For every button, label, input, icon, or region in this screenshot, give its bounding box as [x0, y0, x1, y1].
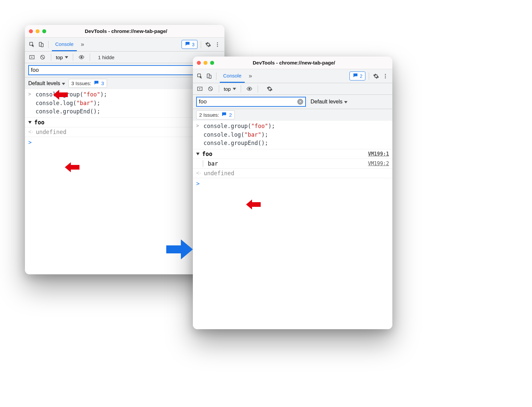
filter-row: foo ✕ Default levels [193, 95, 392, 109]
context-label: top [224, 86, 231, 92]
issues-count: 2 [360, 73, 362, 79]
svg-point-3 [217, 42, 218, 43]
annotation-arrow-red [65, 162, 79, 172]
chat-icon [221, 111, 227, 118]
group-child-label: bar [203, 160, 218, 167]
gear-icon[interactable] [372, 72, 380, 80]
tab-console-label: Console [55, 41, 73, 47]
window-title: DevTools - chrome://new-tab-page/ [214, 60, 374, 66]
zoom-icon[interactable] [42, 29, 46, 33]
chevron-right-icon: > [28, 90, 33, 97]
filter-input[interactable]: foo ✕ [28, 65, 221, 75]
inspect-icon[interactable] [196, 72, 203, 80]
annotation-arrow-blue [166, 239, 193, 259]
context-select[interactable]: top [224, 86, 236, 92]
group-name: foo [34, 119, 45, 126]
chat-icon [93, 80, 99, 87]
disclosure-triangle-icon [28, 121, 32, 124]
console-settings-icon[interactable] [266, 85, 273, 92]
group-name: foo [202, 151, 212, 157]
divider [258, 85, 258, 92]
more-tabs-icon[interactable]: » [247, 72, 254, 80]
filter-value: foo [199, 98, 207, 105]
chevron-down-icon [233, 88, 236, 90]
issues-pill[interactable]: 2 [349, 71, 365, 80]
disclosure-triangle-icon [196, 153, 200, 155]
minimize-icon[interactable] [203, 61, 207, 65]
tab-console[interactable]: Console [52, 38, 77, 51]
minimize-icon[interactable] [36, 29, 40, 33]
live-expression-icon[interactable] [78, 54, 85, 61]
divider [369, 72, 369, 80]
code-block: console.group("foo"); console.log("bar")… [203, 122, 275, 148]
divider [219, 85, 219, 92]
clear-console-icon[interactable] [39, 54, 46, 61]
device-toggle-icon[interactable] [38, 41, 45, 48]
console-prompt[interactable]: > [193, 178, 392, 189]
execution-context-icon[interactable] [196, 85, 203, 92]
console-output: > console.group("foo"); console.log("bar… [193, 121, 392, 329]
context-label: top [56, 55, 63, 60]
svg-point-13 [385, 75, 386, 76]
issues-link-label: 2 Issues: [199, 112, 219, 118]
clear-input-icon[interactable]: ✕ [297, 99, 303, 105]
return-icon: <· [196, 170, 201, 177]
code-block: console.group("foo"); console.log("bar")… [36, 90, 107, 116]
chevron-down-icon [344, 101, 347, 103]
live-expression-icon[interactable] [246, 85, 253, 92]
svg-rect-2 [41, 44, 43, 47]
hidden-count: 1 hidde [98, 55, 114, 60]
annotation-arrow-red [246, 200, 261, 209]
titlebar: DevTools - chrome://new-tab-page/ [25, 25, 224, 38]
traffic-lights [29, 29, 46, 33]
console-group-header[interactable]: foo VM199:1 [193, 149, 392, 159]
undefined-label: undefined [204, 170, 234, 177]
stage: DevTools - chrome://new-tab-page/ Consol… [0, 0, 532, 407]
divider [216, 72, 216, 80]
annotation-arrow-red [53, 90, 68, 100]
svg-rect-11 [209, 75, 211, 78]
log-levels[interactable]: Default levels [311, 99, 347, 105]
tab-console-label: Console [223, 73, 241, 78]
zoom-icon[interactable] [210, 61, 214, 65]
source-link[interactable]: VM199:2 [368, 161, 389, 167]
prompt-icon: > [28, 139, 32, 146]
execution-context-icon[interactable] [28, 54, 36, 61]
divider [48, 41, 49, 48]
issues-link[interactable]: 2 Issues: 2 [196, 110, 235, 119]
kebab-icon[interactable] [382, 72, 389, 80]
context-select[interactable]: top [56, 55, 68, 60]
undefined-label: undefined [36, 129, 66, 135]
filter-input[interactable]: foo ✕ [196, 97, 306, 107]
device-toggle-icon[interactable] [205, 72, 213, 80]
log-levels-label: Default levels [28, 80, 60, 86]
chevron-down-icon [62, 83, 65, 85]
issues-count: 3 [192, 42, 195, 47]
issues-num: 3 [101, 80, 104, 86]
return-icon: <· [28, 129, 33, 135]
chevron-down-icon [65, 56, 68, 59]
svg-point-17 [249, 88, 250, 90]
issues-link[interactable]: 3 Issues: 3 [68, 79, 107, 88]
gear-icon[interactable] [204, 41, 212, 48]
issues-row: 2 Issues: 2 [193, 109, 392, 121]
main-toolbar: Console » 2 [193, 69, 392, 83]
close-icon[interactable] [197, 61, 201, 65]
tab-console[interactable]: Console [220, 69, 245, 83]
close-icon[interactable] [29, 29, 33, 33]
more-tabs-icon[interactable]: » [79, 41, 86, 48]
issues-pill[interactable]: 3 [182, 40, 198, 49]
chevron-right-icon: > [196, 122, 201, 128]
divider [73, 54, 73, 61]
log-levels[interactable]: Default levels [28, 80, 65, 86]
divider [201, 41, 201, 48]
log-levels-label: Default levels [311, 99, 342, 104]
issues-num: 2 [229, 112, 232, 118]
devtools-window-right: DevTools - chrome://new-tab-page/ Consol… [193, 57, 392, 329]
clear-console-icon[interactable] [207, 85, 214, 92]
inspect-icon[interactable] [28, 41, 36, 48]
filter-value: foo [31, 67, 39, 73]
return-value: <· undefined [193, 169, 392, 178]
kebab-icon[interactable] [214, 41, 221, 48]
source-link[interactable]: VM199:1 [368, 151, 389, 157]
